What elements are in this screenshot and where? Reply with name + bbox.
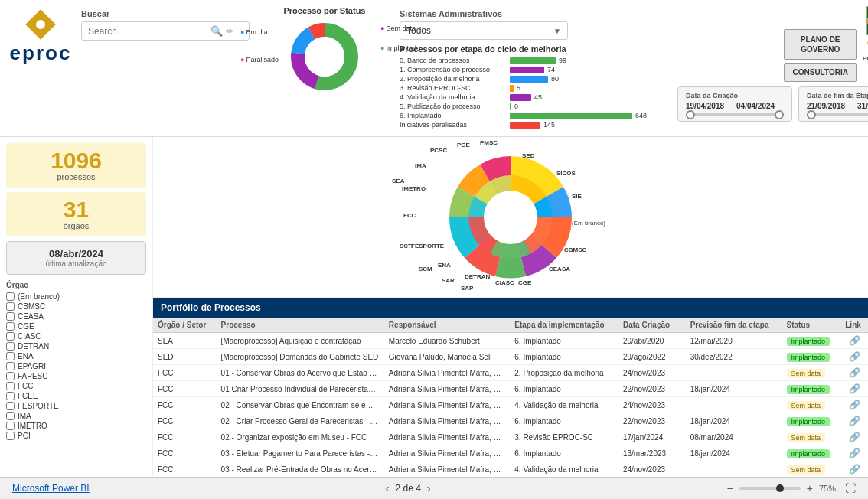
orgao-checkbox[interactable] — [6, 362, 15, 370]
ciclo-item: Iniciativas paralisadas 145 — [400, 121, 654, 129]
table-row[interactable]: SEA [Macroprocesso] Aquisição e contrata… — [153, 333, 868, 349]
date-creation-slider-left[interactable] — [686, 110, 695, 119]
prev-page-arrow[interactable]: ‹ — [386, 482, 390, 494]
orgao-checkbox[interactable] — [6, 392, 15, 400]
orgao-checkbox-item[interactable]: (Em branco) — [6, 292, 146, 301]
cell-responsavel: Adriana Silvia Pimentel Mafra, Karol... — [384, 445, 510, 461]
cell-link[interactable]: 🔗 — [840, 381, 868, 397]
cell-link[interactable]: 🔗 — [840, 397, 868, 413]
next-page-arrow[interactable]: › — [427, 482, 431, 494]
orgao-checkbox[interactable] — [6, 292, 15, 301]
orgao-checkbox-item[interactable]: FAPESC — [6, 372, 146, 380]
search-box[interactable]: 🔍 ✏ — [81, 21, 250, 41]
orgao-checkbox[interactable] — [6, 372, 15, 380]
link-icon[interactable]: 🔗 — [849, 400, 860, 410]
orgao-checkbox-item[interactable]: EPAGRI — [6, 362, 146, 370]
table-row[interactable]: FCC 02 - Organizar exposição em Museu - … — [153, 429, 868, 445]
link-icon[interactable]: 🔗 — [849, 464, 860, 475]
orgao-checkbox-item[interactable]: CGE — [6, 322, 146, 331]
zoom-slider-thumb[interactable] — [776, 484, 784, 492]
zoom-minus[interactable]: − — [727, 482, 733, 494]
orgao-checkbox[interactable] — [6, 322, 15, 331]
zoom-slider[interactable] — [739, 487, 801, 490]
orgao-checkbox-item[interactable]: FCEE — [6, 392, 146, 400]
consultoria-button[interactable]: CONSULTORIA — [784, 63, 856, 82]
orgao-checkbox-item[interactable]: CBMSC — [6, 302, 146, 311]
fullscreen-icon[interactable]: ⛶ — [845, 482, 856, 494]
orgao-checkbox[interactable] — [6, 422, 15, 430]
orgao-checkbox[interactable] — [6, 332, 15, 341]
table-row[interactable]: FCC 03 - Efetuar Pagamento Para Pareceri… — [153, 445, 868, 461]
orgao-checkbox[interactable] — [6, 352, 15, 360]
link-icon[interactable]: 🔗 — [849, 335, 860, 346]
orgao-checkbox[interactable] — [6, 382, 15, 390]
ciclo-item: 2. Proposição da melhoria 80 — [400, 75, 654, 83]
cell-link[interactable]: 🔗 — [840, 461, 868, 478]
col-etapa: Etapa da implementação — [510, 318, 618, 333]
cell-status: Sem data — [782, 365, 841, 381]
cell-link[interactable]: 🔗 — [840, 349, 868, 365]
powerbi-link[interactable]: Microsoft Power BI — [12, 483, 90, 494]
orgao-checkbox-item[interactable]: CEASA — [6, 312, 146, 321]
orgao-checkbox[interactable] — [6, 342, 15, 351]
sistemas-dropdown-icon[interactable]: ▼ — [553, 27, 561, 35]
orgao-checkbox-item[interactable]: FESPORTE — [6, 402, 146, 410]
cell-link[interactable]: 🔗 — [840, 413, 868, 429]
orgao-checkbox-item[interactable]: PCI — [6, 432, 146, 440]
link-icon[interactable]: 🔗 — [849, 432, 860, 442]
table-row[interactable]: FCC 02 - Conservar Obras que Encontram-s… — [153, 397, 868, 413]
search-input[interactable] — [88, 26, 210, 37]
orgao-checkbox-item[interactable]: IMA — [6, 412, 146, 420]
orgao-checkbox-item[interactable]: ENA — [6, 352, 146, 360]
svg-text:PCSC: PCSC — [430, 147, 447, 154]
date-end-slider-left[interactable] — [807, 110, 816, 119]
link-icon[interactable]: 🔗 — [849, 448, 860, 458]
cell-link[interactable]: 🔗 — [840, 445, 868, 461]
table-row[interactable]: FCC 01 Criar Processo Individual de Pare… — [153, 381, 868, 397]
svg-text:CEASA: CEASA — [549, 266, 570, 272]
orgao-checkbox[interactable] — [6, 312, 15, 321]
status-badge: Implantado — [787, 337, 830, 346]
plano-governo-button[interactable]: PLANO DEGOVERNO — [784, 29, 856, 60]
orgao-checkbox-item[interactable]: IMETRO — [6, 422, 146, 430]
search-icon[interactable]: 🔍 — [210, 25, 223, 37]
link-icon[interactable]: 🔗 — [849, 416, 860, 426]
orgao-label: FCEE — [18, 392, 38, 400]
table-row[interactable]: FCC 01 - Conservar Obras do Acervo que E… — [153, 365, 868, 381]
orgao-checkbox-item[interactable]: FCC — [6, 382, 146, 390]
clear-icon[interactable]: ✏ — [226, 26, 233, 37]
zoom-plus[interactable]: + — [807, 482, 813, 494]
table-row[interactable]: FCC 03 - Realizar Pré-Entrada de Obras n… — [153, 461, 868, 478]
cell-previsao: 18/jan/2024 — [686, 445, 782, 461]
orgao-checkbox[interactable] — [6, 412, 15, 420]
orgao-checkbox[interactable] — [6, 432, 15, 440]
orgao-checkbox[interactable] — [6, 302, 15, 311]
link-icon[interactable]: 🔗 — [849, 351, 860, 362]
bottom-strip: 1096 processos 31 órgãos 08/abr/2024 últ… — [0, 137, 868, 477]
table-row[interactable]: FCC 02 - Criar Processo Geral de Parecer… — [153, 413, 868, 429]
cell-status: Sem data — [782, 461, 841, 478]
cell-link[interactable]: 🔗 — [840, 333, 868, 349]
ciclo-area: Processos por etapa do ciclo de melhoria… — [400, 44, 654, 130]
cell-link[interactable]: 🔗 — [840, 365, 868, 381]
table-row[interactable]: SED [Macroprocesso] Demandas do Gabinete… — [153, 349, 868, 365]
col-orgao: Órgão / Setor — [153, 318, 217, 333]
table-scroll-container[interactable]: Órgão / Setor Processo Responsável Etapa… — [153, 318, 868, 477]
cell-orgao: FCC — [153, 397, 217, 413]
cell-data-criacao: 24/nov/2023 — [618, 461, 686, 478]
cell-previsao — [686, 461, 782, 478]
date-creation-slider-right[interactable] — [775, 110, 784, 119]
center-panel: SED SICOS SIE (Em branco) CBMSC CEASA CG… — [153, 137, 868, 477]
orgao-checkbox-item[interactable]: CIASC — [6, 332, 146, 341]
svg-text:FCC: FCC — [403, 212, 416, 219]
sistemas-select-value: Todos — [406, 25, 553, 36]
sistemas-select[interactable]: Todos ▼ — [400, 21, 568, 40]
link-icon[interactable]: 🔗 — [849, 383, 860, 394]
orgao-label: CGE — [18, 322, 34, 331]
cell-orgao: FCC — [153, 365, 217, 381]
processes-label: processos — [12, 172, 140, 181]
orgao-checkbox[interactable] — [6, 402, 15, 410]
orgao-checkbox-item[interactable]: DETRAN — [6, 342, 146, 351]
link-icon[interactable]: 🔗 — [849, 367, 860, 378]
cell-link[interactable]: 🔗 — [840, 429, 868, 445]
